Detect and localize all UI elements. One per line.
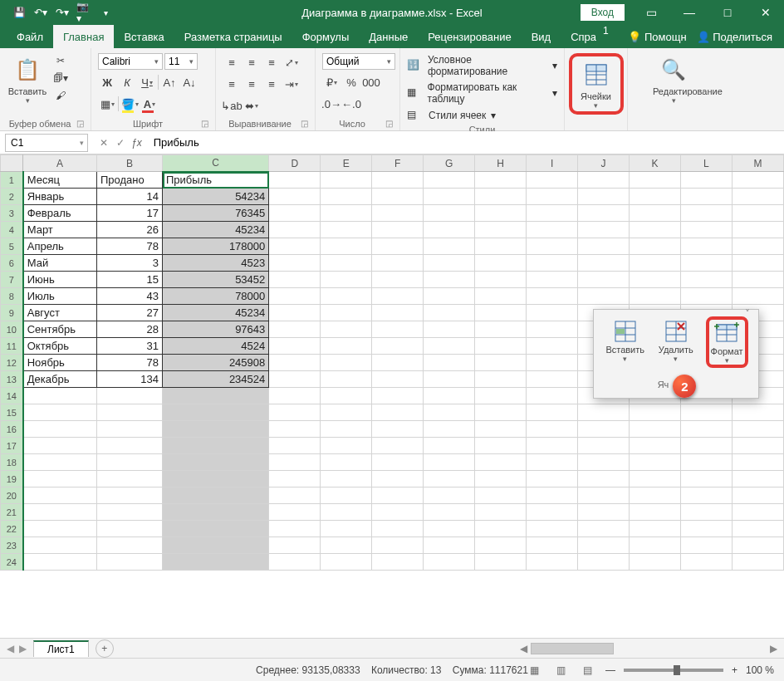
cell[interactable] — [23, 554, 97, 571]
cell[interactable] — [527, 404, 578, 421]
zoom-level[interactable]: 100 % — [746, 664, 774, 676]
cell[interactable]: 76345 — [163, 205, 269, 222]
cell[interactable] — [475, 189, 527, 205]
cell[interactable] — [629, 438, 680, 454]
cell[interactable] — [475, 554, 527, 571]
cell[interactable] — [269, 438, 321, 454]
cell[interactable]: Июнь — [23, 272, 97, 288]
cell[interactable] — [23, 421, 97, 438]
cell[interactable] — [321, 205, 372, 222]
cell[interactable]: 54234 — [163, 189, 269, 205]
cell[interactable] — [424, 255, 475, 272]
cell[interactable]: 53452 — [163, 272, 269, 288]
tab-data[interactable]: Данные — [359, 25, 418, 48]
cell[interactable] — [578, 454, 630, 471]
cell[interactable] — [680, 421, 732, 438]
cell[interactable] — [424, 222, 475, 238]
tell-me[interactable]: 💡 Помощн — [628, 31, 686, 43]
cell[interactable] — [163, 404, 269, 421]
number-format-combo[interactable]: Общий — [322, 53, 395, 70]
cell[interactable] — [372, 454, 424, 471]
cell[interactable] — [424, 172, 475, 189]
cell[interactable] — [424, 454, 475, 471]
cell[interactable] — [269, 554, 321, 571]
cell[interactable]: Январь — [23, 189, 97, 205]
cell[interactable] — [680, 272, 732, 288]
wrap-text-icon[interactable]: ↳ab — [223, 96, 241, 115]
cell[interactable]: Август — [23, 305, 97, 321]
bold-button[interactable]: Ж — [98, 73, 116, 91]
cell[interactable] — [629, 272, 680, 288]
cell[interactable] — [732, 504, 783, 521]
page-break-view-icon[interactable]: ▤ — [579, 663, 597, 678]
cancel-formula-icon[interactable]: ✕ — [100, 137, 108, 149]
cell[interactable] — [578, 288, 630, 305]
cell[interactable] — [732, 255, 783, 272]
font-name-combo[interactable]: Calibri — [98, 53, 163, 70]
cell[interactable]: 78000 — [163, 288, 269, 305]
cell[interactable] — [424, 338, 475, 355]
cell[interactable] — [578, 172, 630, 189]
cell[interactable] — [321, 355, 372, 371]
cell[interactable] — [269, 272, 321, 288]
cell[interactable] — [629, 222, 680, 238]
cell[interactable] — [732, 205, 783, 222]
cell[interactable] — [527, 438, 578, 454]
column-header-E[interactable]: E — [321, 155, 372, 172]
cell[interactable] — [629, 172, 680, 189]
column-header-F[interactable]: F — [372, 155, 424, 172]
cell[interactable] — [527, 355, 578, 371]
cell[interactable] — [475, 421, 527, 438]
cell[interactable] — [97, 537, 163, 554]
row-header[interactable]: 11 — [1, 338, 23, 355]
cell[interactable] — [163, 454, 269, 471]
delete-cells-button[interactable]: Удалить ▾ — [657, 316, 695, 368]
cell[interactable] — [475, 255, 527, 272]
cell[interactable] — [578, 404, 630, 421]
cell[interactable] — [629, 554, 680, 571]
orientation-icon[interactable]: ⤢ — [282, 53, 301, 71]
redo-icon[interactable]: ↷▾ — [55, 5, 70, 20]
align-middle-icon[interactable]: ≡ — [243, 53, 261, 71]
cell[interactable] — [372, 338, 424, 355]
row-header[interactable]: 15 — [1, 404, 23, 421]
cell[interactable] — [372, 255, 424, 272]
cell[interactable] — [578, 222, 630, 238]
cell[interactable] — [97, 404, 163, 421]
cell[interactable] — [527, 288, 578, 305]
font-size-combo[interactable]: 11 — [164, 53, 198, 70]
cell[interactable] — [527, 205, 578, 222]
cell[interactable] — [424, 288, 475, 305]
cell[interactable] — [527, 371, 578, 388]
cell[interactable] — [680, 205, 732, 222]
cell[interactable] — [23, 487, 97, 504]
tab-home[interactable]: Главная — [53, 25, 114, 48]
cell[interactable] — [269, 338, 321, 355]
font-color-icon[interactable]: A — [140, 95, 159, 113]
row-header[interactable]: 20 — [1, 487, 23, 504]
cell[interactable] — [424, 554, 475, 571]
column-header-G[interactable]: G — [424, 155, 475, 172]
cell[interactable] — [732, 404, 783, 421]
cell[interactable] — [578, 189, 630, 205]
cell[interactable] — [372, 487, 424, 504]
cell[interactable] — [578, 471, 630, 487]
cell[interactable] — [475, 537, 527, 554]
cell[interactable] — [372, 172, 424, 189]
cell[interactable] — [680, 222, 732, 238]
cell[interactable]: Декабрь — [23, 371, 97, 388]
formula-input[interactable] — [150, 134, 784, 152]
cell[interactable] — [163, 438, 269, 454]
row-header[interactable]: 2 — [1, 189, 23, 205]
cell[interactable] — [527, 255, 578, 272]
cell[interactable] — [23, 404, 97, 421]
indent-icon[interactable]: ⇥ — [282, 75, 301, 93]
cell[interactable] — [23, 388, 97, 404]
cell[interactable]: Ноябрь — [23, 355, 97, 371]
cell[interactable] — [321, 521, 372, 537]
cell[interactable]: 14 — [97, 189, 163, 205]
zoom-out-button[interactable]: — — [605, 664, 615, 676]
cell[interactable]: 4523 — [163, 255, 269, 272]
cell[interactable] — [527, 189, 578, 205]
cell[interactable] — [372, 521, 424, 537]
